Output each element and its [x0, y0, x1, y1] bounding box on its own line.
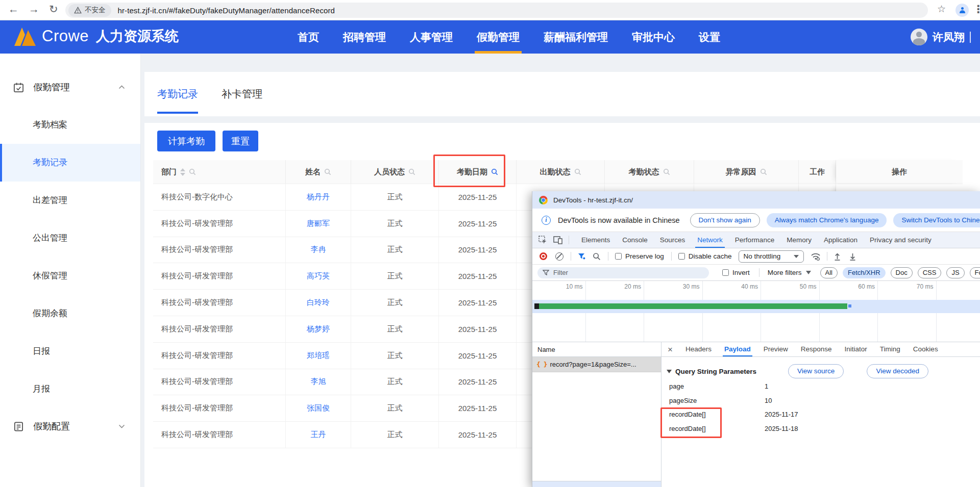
dont-show-again-button[interactable]: Don't show again	[690, 213, 760, 227]
user-box[interactable]: 许凤翔	[911, 20, 971, 54]
reload-icon[interactable]: ↻	[49, 3, 58, 15]
nav-item[interactable]: 审批中心	[632, 20, 675, 54]
employee-link[interactable]: 王丹	[311, 430, 326, 440]
devtools-tab[interactable]: Privacy and security	[870, 232, 932, 248]
devtools-tab[interactable]: Performance	[735, 232, 774, 248]
network-conditions-icon[interactable]	[811, 252, 821, 261]
view-decoded-button[interactable]: View decoded	[867, 364, 928, 378]
detail-tab[interactable]: Cookies	[913, 342, 938, 357]
view-source-button[interactable]: View source	[788, 364, 844, 378]
back-icon[interactable]: ←	[8, 3, 19, 15]
col-header-dept[interactable]: 部门	[153, 160, 286, 184]
detail-tab[interactable]: Response	[801, 342, 832, 357]
type-chip[interactable]: Fetch/XHR	[843, 267, 886, 278]
nav-item[interactable]: 首页	[298, 20, 319, 54]
employee-link[interactable]: 高巧英	[307, 271, 330, 281]
sidebar-group-attendance[interactable]: 假勤管理	[0, 73, 140, 101]
detail-tab[interactable]: Headers	[685, 342, 712, 357]
export-har-icon[interactable]	[849, 252, 856, 261]
more-filters-label[interactable]: More filters	[768, 269, 802, 276]
security-chip[interactable]: 不安全	[68, 4, 111, 17]
type-chip[interactable]: JS	[946, 267, 964, 278]
sidebar-item[interactable]: 考勤记录	[0, 144, 140, 182]
col-header-attendance-status[interactable]: 考勤状态	[605, 160, 694, 184]
expand-triangle-icon[interactable]	[667, 370, 672, 373]
devtools-tab[interactable]: Sources	[660, 232, 685, 248]
employee-link[interactable]: 李冉	[311, 245, 326, 254]
sidebar-item[interactable]: 出差管理	[0, 182, 140, 219]
filter-toggle-icon[interactable]	[578, 253, 585, 260]
search-icon-active[interactable]	[491, 168, 498, 175]
employee-link[interactable]: 张国俊	[307, 403, 330, 413]
search-icon[interactable]	[574, 168, 581, 175]
sidebar-item[interactable]: 月报	[0, 370, 140, 408]
sidebar-item[interactable]: 日报	[0, 332, 140, 370]
col-header-abnormal-reason[interactable]: 异常原因	[694, 160, 799, 184]
import-har-icon[interactable]	[834, 252, 841, 261]
employee-link[interactable]: 杨梦婷	[307, 324, 330, 334]
nav-item[interactable]: 招聘管理	[343, 20, 386, 54]
network-search-icon[interactable]	[593, 252, 601, 261]
detail-tab[interactable]: Timing	[880, 342, 900, 357]
devtools-tab[interactable]: Network	[697, 232, 723, 248]
type-chip[interactable]: Doc	[891, 267, 913, 278]
disable-cache-checkbox[interactable]	[678, 253, 685, 260]
match-language-button[interactable]: Always match Chrome's language	[767, 213, 887, 227]
col-header-record-date[interactable]: 考勤日期	[439, 160, 517, 184]
employee-link[interactable]: 李旭	[311, 377, 326, 387]
calculate-attendance-button[interactable]: 计算考勤	[157, 131, 215, 151]
search-icon[interactable]	[324, 168, 331, 175]
detail-tab[interactable]: Preview	[764, 342, 788, 357]
clear-icon[interactable]	[555, 252, 564, 261]
col-header-attend-status[interactable]: 出勤状态	[517, 160, 605, 184]
page-tab[interactable]: 考勤记录	[157, 72, 198, 116]
col-header-work[interactable]: 工作	[799, 160, 836, 184]
devtools-titlebar[interactable]: DevTools - hr-test.zjf-it.cn/	[532, 191, 980, 209]
sidebar-group-config[interactable]: 假勤配置	[0, 412, 140, 441]
sort-icon[interactable]	[180, 168, 185, 176]
employee-link[interactable]: 唐郦军	[307, 219, 330, 228]
search-icon[interactable]	[189, 168, 196, 175]
search-icon[interactable]	[760, 168, 767, 175]
switch-language-button[interactable]: Switch DevTools to Chinese	[893, 213, 980, 227]
col-header-person-status[interactable]: 人员状态	[351, 160, 439, 184]
record-icon[interactable]	[540, 252, 547, 260]
nav-item[interactable]: 薪酬福利管理	[544, 20, 608, 54]
nav-item[interactable]: 人事管理	[410, 20, 453, 54]
invert-checkbox[interactable]	[722, 269, 729, 276]
profile-icon[interactable]	[955, 4, 969, 17]
nav-item[interactable]: 设置	[699, 20, 720, 54]
devtools-tab[interactable]: Elements	[581, 232, 610, 248]
employee-link[interactable]: 白玲玲	[307, 298, 330, 307]
devtools-tab[interactable]: Application	[824, 232, 857, 248]
timeline-request-bar[interactable]	[539, 303, 847, 309]
devtools-tab[interactable]: Console	[622, 232, 648, 248]
address-bar[interactable]: 不安全 hr-test.zjf-it.cn/#/fakeDuty/fakeDut…	[65, 3, 928, 18]
devtools-tab[interactable]: Memory	[787, 232, 812, 248]
sidebar-item[interactable]: 假期余额	[0, 295, 140, 332]
type-chip[interactable]: All	[820, 267, 838, 278]
preserve-log-checkbox[interactable]	[615, 253, 622, 260]
search-icon[interactable]	[408, 168, 415, 175]
employee-link[interactable]: 杨丹丹	[307, 192, 330, 202]
inspect-cursor-icon[interactable]	[538, 236, 547, 244]
col-header-name[interactable]: 姓名	[286, 160, 351, 184]
close-detail-icon[interactable]: ×	[668, 345, 673, 354]
forward-icon[interactable]: →	[29, 3, 39, 15]
page-tab[interactable]: 补卡管理	[222, 72, 262, 116]
throttling-select[interactable]: No throttling	[739, 250, 804, 263]
nav-item[interactable]: 假勤管理	[477, 20, 520, 54]
type-chip[interactable]: Font	[970, 267, 980, 278]
sidebar-item[interactable]: 公出管理	[0, 219, 140, 257]
sidebar-item[interactable]: 考勤档案	[0, 106, 140, 144]
request-row-selected[interactable]: { } record?page=1&pageSize=...	[532, 357, 661, 372]
name-column-header[interactable]: Name	[532, 342, 661, 357]
employee-link[interactable]: 郑培瑶	[307, 351, 330, 361]
reset-button[interactable]: 重置	[223, 131, 258, 151]
detail-tab[interactable]: Initiator	[845, 342, 867, 357]
device-toolbar-icon[interactable]	[553, 236, 562, 244]
search-icon[interactable]	[663, 168, 670, 175]
detail-tab[interactable]: Payload	[724, 342, 751, 357]
sidebar-item[interactable]: 休假管理	[0, 257, 140, 295]
type-chip[interactable]: CSS	[918, 267, 942, 278]
